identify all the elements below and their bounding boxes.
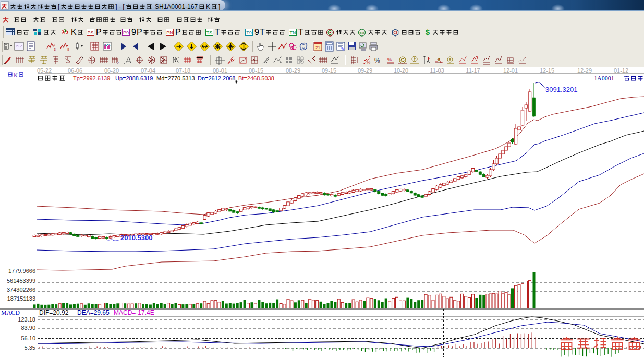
svg-text:T9: T9 — [246, 30, 252, 35]
svg-text:K: K — [14, 72, 18, 78]
svg-text:3091.3201: 3091.3201 — [545, 86, 577, 93]
svg-text:56.10: 56.10 — [21, 335, 35, 341]
svg-text:123.18: 123.18 — [18, 316, 35, 323]
svg-text:Md=2770.5313: Md=2770.5313 — [156, 75, 195, 81]
svg-text:07-04: 07-04 — [141, 67, 155, 74]
svg-text:12-01: 12-01 — [503, 67, 518, 74]
svg-text:09-15: 09-15 — [322, 67, 336, 74]
svg-text:1A0001: 1A0001 — [594, 75, 614, 82]
svg-text:$: $ — [426, 28, 430, 36]
svg-text:06-06: 06-06 — [68, 67, 82, 74]
svg-text:5.35: 5.35 — [25, 344, 35, 351]
svg-text:PS: PS — [87, 30, 93, 35]
svg-text:TN: TN — [290, 30, 296, 35]
svg-text:Dn=2612.2068: Dn=2612.2068 — [198, 75, 235, 81]
svg-text:DEA=29.65: DEA=29.65 — [77, 309, 110, 316]
svg-text:2: 2 — [117, 61, 119, 65]
svg-text:12-29: 12-29 — [577, 67, 592, 74]
svg-text:Big: Big — [360, 31, 364, 34]
svg-text:11-17: 11-17 — [466, 67, 480, 74]
svg-text:PN: PN — [166, 30, 173, 35]
svg-text:10-20: 10-20 — [394, 67, 408, 74]
svg-text:Up=2888.6319: Up=2888.6319 — [115, 75, 153, 81]
svg-text:Tp=2992.6139: Tp=2992.6139 — [73, 75, 110, 81]
svg-text:09-29: 09-29 — [358, 67, 372, 74]
svg-text:1779.9666: 1779.9666 — [8, 268, 35, 274]
svg-text:12-15: 12-15 — [540, 67, 554, 74]
svg-text:MACD: MACD — [1, 309, 20, 316]
svg-text:374302266: 374302266 — [7, 287, 35, 293]
svg-text:MACD=-17.4E: MACD=-17.4E — [114, 309, 154, 316]
svg-text:%: % — [387, 57, 392, 62]
svg-text:01-12: 01-12 — [614, 67, 628, 74]
svg-text:2010.5300: 2010.5300 — [120, 234, 152, 242]
svg-text:%: % — [374, 57, 380, 64]
svg-text:06-20: 06-20 — [104, 67, 119, 74]
svg-text:9: 9 — [67, 47, 69, 51]
svg-text:21: 21 — [315, 45, 320, 50]
svg-text:%: % — [367, 60, 370, 65]
svg-text:": " — [178, 57, 179, 60]
svg-text:Bt=2468.5038: Bt=2468.5038 — [238, 75, 274, 81]
svg-text:P9: P9 — [123, 30, 129, 35]
svg-text:11-03: 11-03 — [430, 67, 444, 74]
svg-text:561453399: 561453399 — [7, 278, 35, 284]
svg-text:TS: TS — [206, 30, 213, 35]
svg-text:08-29: 08-29 — [286, 67, 300, 74]
svg-text:05-22: 05-22 — [37, 67, 52, 74]
svg-text:83.90: 83.90 — [21, 325, 35, 331]
svg-text:08-15: 08-15 — [249, 67, 263, 74]
svg-text:3: 3 — [54, 47, 56, 51]
svg-text:DIF=20.92: DIF=20.92 — [39, 309, 69, 316]
svg-text:187151133: 187151133 — [7, 295, 35, 302]
svg-text:08-01: 08-01 — [213, 67, 227, 74]
svg-text:07-18: 07-18 — [176, 67, 190, 74]
